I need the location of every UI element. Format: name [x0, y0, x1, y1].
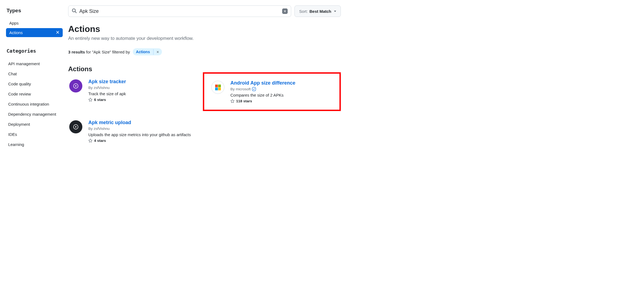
search-input[interactable]	[79, 8, 282, 14]
card-description: Uploads the app size metrics into your g…	[88, 132, 198, 137]
verified-icon	[252, 87, 256, 91]
type-filter-apps[interactable]: Apps	[6, 19, 63, 28]
card-title-link[interactable]: Apk metric upload	[88, 120, 131, 125]
categories-heading: Categories	[7, 48, 63, 54]
sort-dropdown[interactable]: Sort: Best Match	[294, 5, 341, 17]
card-stars: 4 stars	[88, 139, 198, 143]
clear-search-button[interactable]	[282, 8, 288, 14]
close-icon[interactable]	[56, 30, 59, 35]
page-title: Actions	[68, 24, 341, 34]
result-card[interactable]: Apk metric upload By zsfVishnu Uploads t…	[68, 119, 199, 144]
filter-chip-actions: Actions	[133, 48, 162, 55]
nav-label: Apps	[9, 21, 19, 25]
category-code-quality[interactable]: Code quality	[6, 79, 63, 89]
category-continuous-integration[interactable]: Continuous integration	[6, 99, 63, 109]
results-text: for "Apk Size" filtered by	[85, 50, 130, 54]
main-content: Sort: Best Match Actions An entirely new…	[68, 5, 341, 150]
card-description: Track the size of apk	[88, 91, 198, 96]
star-icon	[88, 98, 92, 102]
category-code-review[interactable]: Code review	[6, 89, 63, 99]
microsoft-logo-icon	[215, 85, 221, 90]
card-author: By zsfVishnu	[88, 127, 198, 131]
sort-value: Best Match	[309, 9, 331, 14]
section-heading: Actions	[68, 65, 341, 73]
category-learning[interactable]: Learning	[6, 139, 63, 150]
category-chat[interactable]: Chat	[6, 69, 63, 79]
results-grid: Apk size tracker By zsfVishnu Track the …	[68, 78, 341, 144]
category-ides[interactable]: IDEs	[6, 129, 63, 139]
types-heading: Types	[7, 8, 63, 14]
card-author: By microsoft	[230, 87, 337, 91]
card-author: By zsfVishnu	[88, 86, 198, 90]
nav-label: Actions	[9, 30, 23, 35]
results-count: 3 results	[68, 50, 85, 54]
sort-label: Sort:	[299, 9, 308, 14]
category-dependency-management[interactable]: Dependency management	[6, 109, 63, 119]
sidebar: Types Apps Actions Categories API manage…	[5, 5, 63, 150]
type-filter-actions[interactable]: Actions	[6, 28, 63, 37]
category-api-management[interactable]: API management	[6, 59, 63, 69]
page-subtitle: An entirely new way to automate your dev…	[68, 36, 341, 41]
search-icon	[72, 8, 77, 14]
card-title-link[interactable]: Apk size tracker	[88, 79, 126, 85]
action-avatar	[69, 79, 82, 92]
star-icon	[88, 139, 92, 143]
results-summary: 3 results for "Apk Size" filtered by Act…	[68, 48, 341, 55]
chevron-down-icon	[334, 11, 336, 12]
result-card[interactable]: Apk size tracker By zsfVishnu Track the …	[68, 78, 199, 111]
search-box[interactable]	[68, 5, 291, 17]
result-card-highlighted[interactable]: Android App size difference By microsoft…	[203, 72, 341, 111]
chip-label[interactable]: Actions	[133, 48, 153, 55]
card-stars: 118 stars	[230, 99, 337, 103]
card-stars: 6 stars	[88, 98, 198, 102]
category-deployment[interactable]: Deployment	[6, 119, 63, 129]
action-avatar	[211, 81, 224, 94]
card-description: Compares the size of 2 APKs	[230, 93, 337, 97]
star-icon	[230, 99, 234, 103]
top-controls: Sort: Best Match	[68, 5, 341, 17]
chip-remove-button[interactable]	[153, 49, 162, 55]
card-title-link[interactable]: Android App size difference	[230, 80, 295, 86]
action-avatar	[69, 120, 82, 133]
